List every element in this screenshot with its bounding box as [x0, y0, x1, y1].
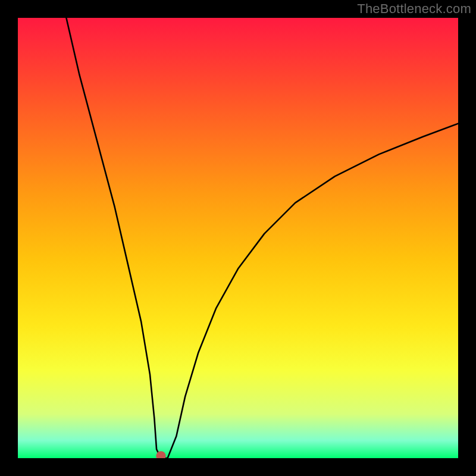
chart-frame: TheBottleneck.com — [0, 0, 476, 476]
watermark-text: TheBottleneck.com — [357, 1, 471, 17]
curve-path — [66, 18, 458, 458]
chart-curve-svg — [18, 18, 458, 458]
